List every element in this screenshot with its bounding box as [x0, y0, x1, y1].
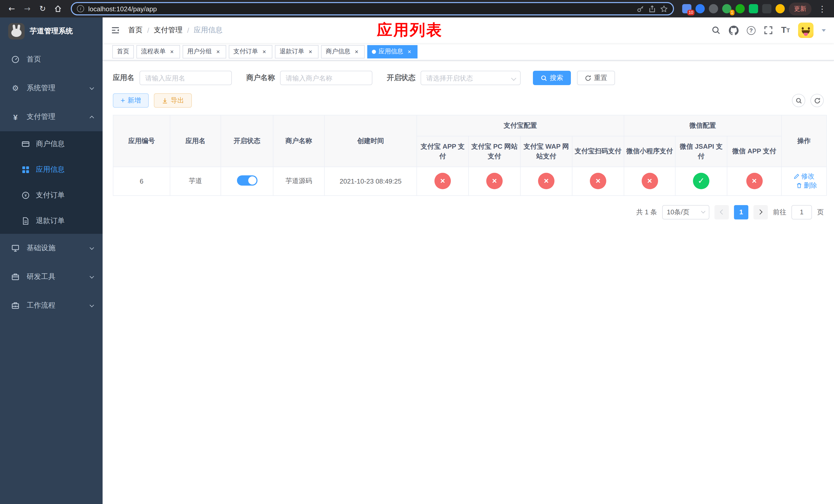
tab-home[interactable]: 首页 — [112, 45, 134, 58]
browser-back-icon[interactable] — [5, 2, 19, 15]
emoji-extension-icon[interactable] — [775, 4, 785, 13]
close-tab-icon[interactable] — [168, 48, 175, 55]
sidebar-item-pay-order[interactable]: ¥ 支付订单 — [0, 183, 103, 208]
tab-pay-order[interactable]: 支付订单 — [229, 45, 272, 58]
col-wechat-app: 微信 APP 支付 — [727, 136, 782, 167]
sidebar-item-dev-tools[interactable]: 研发工具 — [0, 262, 103, 291]
gear-icon — [11, 84, 20, 92]
monitor-icon — [11, 244, 20, 252]
github-icon[interactable] — [729, 25, 739, 35]
goto-page-input[interactable] — [791, 205, 812, 219]
sidebar-item-label: 退款订单 — [36, 216, 65, 226]
app-logo[interactable]: 芋道管理系统 — [0, 18, 103, 45]
url-bar[interactable]: localhost:1024/pay/app — [71, 2, 674, 15]
tab-refund-order[interactable]: 退款订单 — [275, 45, 319, 58]
extension-icon[interactable] — [709, 4, 718, 13]
pagination: 共 1 条 10条/页 1 前往 页 — [113, 205, 824, 219]
page-button-1[interactable]: 1 — [734, 205, 748, 219]
table-row: 6 芋道 芋道源码 2021-10-23 08:49:25 × × × × × … — [113, 167, 827, 196]
col-created: 创建时间 — [324, 115, 417, 167]
col-alipay-app: 支付宝 APP 支付 — [417, 136, 468, 167]
sidebar: 芋道管理系统 首页 系统管理 支付管理 — [0, 18, 103, 504]
yen-icon — [11, 113, 20, 121]
merchant-name-input[interactable] — [280, 71, 372, 85]
sidebar-item-home[interactable]: 首页 — [0, 45, 103, 74]
sidebar-item-pay[interactable]: 支付管理 — [0, 102, 103, 131]
breadcrumb-pay[interactable]: 支付管理 — [154, 26, 182, 35]
col-wechat-mini: 微信小程序支付 — [624, 136, 675, 167]
logo-image — [8, 23, 25, 40]
avatar[interactable] — [798, 23, 813, 38]
toggle-search-button[interactable] — [792, 94, 805, 107]
browser-home-icon[interactable] — [51, 2, 65, 15]
app-name-input[interactable] — [139, 71, 232, 85]
font-size-icon[interactable] — [781, 25, 790, 36]
chevron-down-icon — [90, 245, 94, 250]
chevron-right-icon — [757, 209, 763, 214]
config-status-wechat-app: × — [746, 173, 763, 189]
page-size-select[interactable]: 10条/页 — [662, 205, 709, 219]
help-icon[interactable] — [747, 26, 755, 35]
extension-icon[interactable] — [696, 4, 705, 13]
password-key-icon[interactable] — [637, 5, 644, 13]
status-toggle[interactable] — [237, 175, 257, 185]
close-tab-icon[interactable] — [353, 48, 360, 55]
delete-link[interactable]: 删除 — [796, 181, 817, 190]
reset-button[interactable]: 重置 — [577, 71, 615, 85]
page-content: 应用名 商户名称 开启状态 搜索 重置 — [103, 61, 834, 504]
sidebar-item-system[interactable]: 系统管理 — [0, 74, 103, 102]
browser-reload-icon[interactable] — [36, 2, 49, 15]
breadcrumb-current: 应用信息 — [194, 26, 223, 35]
refresh-button[interactable] — [810, 94, 824, 107]
profile-badge: 1 — [730, 10, 734, 15]
sidebar-item-app-info[interactable]: 应用信息 — [0, 157, 103, 183]
chevron-down-icon[interactable] — [822, 29, 826, 31]
prev-page-button[interactable] — [715, 205, 729, 219]
add-button[interactable]: 新增 — [113, 93, 149, 108]
browser-update-button[interactable]: 更新 — [789, 2, 811, 15]
sidebar-item-refund-order[interactable]: 退款订单 — [0, 208, 103, 234]
page-title: 应用列表 — [377, 20, 443, 41]
tab-user-group[interactable]: 用户分组 — [182, 45, 226, 58]
tab-process-form[interactable]: 流程表单 — [136, 45, 180, 58]
tags-view: 首页 流程表单 用户分组 支付订单 退款订单 商户信息 — [103, 43, 834, 61]
col-app-id: 应用编号 — [113, 115, 170, 167]
svg-text:¥: ¥ — [24, 193, 27, 198]
profile-avatar-icon[interactable]: 1 — [722, 4, 731, 13]
fullscreen-icon[interactable] — [764, 26, 773, 35]
search-icon[interactable] — [711, 26, 721, 35]
close-tab-icon[interactable] — [406, 48, 413, 55]
search-button[interactable]: 搜索 — [533, 71, 571, 85]
sidebar-item-workflow[interactable]: 工作流程 — [0, 291, 103, 320]
browser-forward-icon[interactable] — [21, 2, 34, 15]
close-tab-icon[interactable] — [307, 48, 314, 55]
breadcrumb-home[interactable]: 首页 — [128, 26, 142, 35]
extension-icon[interactable] — [736, 4, 745, 13]
share-icon[interactable] — [648, 5, 656, 13]
puzzle-extension-icon[interactable] — [762, 4, 771, 13]
sidebar-item-merchant-info[interactable]: 商户信息 — [0, 131, 103, 157]
status-select-input[interactable] — [421, 71, 521, 85]
sidebar-item-infrastructure[interactable]: 基础设施 — [0, 234, 103, 262]
site-info-icon[interactable] — [77, 5, 84, 12]
config-status-wechat-mini: × — [641, 173, 658, 189]
sidebar-item-label: 支付管理 — [27, 112, 56, 121]
chevron-left-icon — [720, 209, 725, 214]
bookmark-star-icon[interactable] — [660, 5, 668, 13]
tab-merchant-info[interactable]: 商户信息 — [321, 45, 365, 58]
extension-icon[interactable] — [749, 4, 758, 13]
next-page-button[interactable] — [753, 205, 768, 219]
chevron-down-icon — [90, 274, 94, 278]
col-status: 开启状态 — [221, 115, 273, 167]
edit-link[interactable]: 修改 — [793, 172, 814, 181]
close-tab-icon[interactable] — [261, 48, 268, 55]
sidebar-item-label: 系统管理 — [27, 84, 56, 93]
app-title: 芋道管理系统 — [30, 27, 73, 36]
close-tab-icon[interactable] — [214, 48, 222, 55]
tab-app-info[interactable]: 应用信息 — [367, 45, 418, 58]
export-button[interactable]: 导出 — [154, 93, 192, 108]
sidebar-collapse-icon[interactable] — [111, 26, 120, 35]
status-select[interactable] — [421, 71, 521, 85]
browser-menu-icon[interactable] — [815, 2, 829, 15]
extension-icon[interactable]: 10 — [682, 4, 692, 13]
